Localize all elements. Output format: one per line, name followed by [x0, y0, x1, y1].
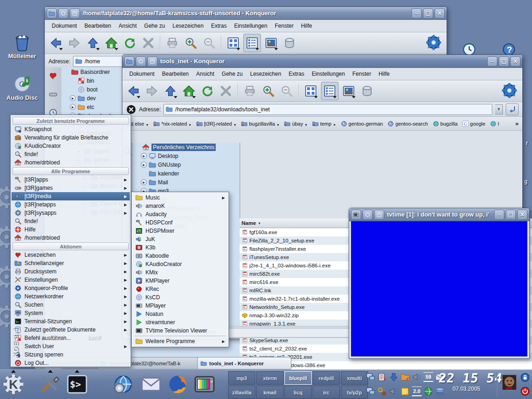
bookmark-nixrelated[interactable]: *nix-related▼ — [151, 120, 193, 128]
kmenu-item-verwaltung-f-r-digitale-brieftasche[interactable]: Verwaltung für digitale Brieftasche — [12, 133, 130, 142]
kmenu-item--home-drbloed[interactable]: /home/drbloed — [12, 234, 130, 242]
submenu-item-krec[interactable]: KRec — [133, 285, 228, 293]
kmenu-item-hilfe[interactable]: Hilfe — [12, 225, 130, 234]
window-menu-button[interactable] — [124, 56, 134, 66]
submenu-item-kscd[interactable]: KsCD — [133, 293, 228, 302]
go-button[interactable] — [506, 103, 519, 115]
menu-hilfe[interactable]: Hilfe — [298, 21, 315, 30]
virtual-desktop-tvp2p[interactable]: tv/p2p — [341, 386, 368, 399]
menu-einstellungen[interactable]: Einstellungen — [231, 21, 271, 30]
bookmark-gentoogerman[interactable]: gentoo-german — [339, 120, 385, 128]
submenu-item-weitere-programme[interactable]: Weitere Programme▶ — [133, 337, 228, 345]
shade-button[interactable] — [374, 210, 384, 220]
menu-dokument[interactable]: Dokument — [48, 21, 80, 30]
launcher-konsole[interactable]: $> — [66, 373, 89, 396]
kmenu-item-terminal-sitzungen[interactable]: $>Terminal-Sitzungen▶ — [12, 317, 130, 326]
submenu-item-mplayer[interactable]: MPlayer — [133, 302, 228, 310]
maximize-button[interactable]: ▢ — [423, 8, 433, 18]
kmenu-item-suchen[interactable]: Suchen▶ — [12, 301, 130, 309]
tray-folder-note[interactable] — [400, 372, 410, 384]
view-image-button[interactable] — [340, 82, 357, 100]
tray-key[interactable] — [377, 387, 387, 398]
clear-address-icon[interactable] — [126, 104, 136, 115]
tree-item[interactable]: ▶GNUstep — [133, 160, 240, 169]
kmenu-item--home-drbloed[interactable]: /home/drbloed — [12, 158, 130, 167]
sticky-button[interactable] — [136, 56, 146, 66]
tray-globe-green[interactable] — [423, 387, 433, 398]
kmenu-item-konqueror-profile[interactable]: Konqueror-Profile▶ — [12, 284, 130, 292]
zoom-out-button[interactable] — [278, 82, 295, 100]
tray-net-mon[interactable] — [366, 387, 375, 398]
kmenu-item--t3r-games[interactable]: [t3R]games▶ — [12, 184, 130, 192]
sticky-button[interactable] — [58, 8, 68, 18]
submenu-item-noatun[interactable]: Noatun — [133, 310, 228, 318]
maximize-button[interactable]: ▢ — [499, 56, 509, 66]
menu-gehe-zu[interactable]: Gehe zu — [218, 69, 246, 79]
lock-session-button[interactable] — [520, 373, 530, 382]
tray-speaker[interactable] — [412, 372, 422, 384]
virtual-desktop-mp3[interactable]: mp3 — [228, 371, 255, 385]
bookmark-bugzilla[interactable]: bugzilla — [431, 120, 459, 128]
submenu-item-audacity[interactable]: Audacity — [133, 210, 228, 218]
launcher-tvcolor[interactable] — [193, 373, 216, 396]
submenu-item-kmix[interactable]: KMix — [133, 268, 228, 277]
submenu-item-kaboodle[interactable]: Kaboodle — [133, 252, 228, 260]
kmenu-item-log-out-[interactable]: Log Out... — [12, 359, 130, 367]
submenu-item-juk[interactable]: JuK — [133, 235, 228, 243]
reload-button[interactable] — [199, 82, 216, 100]
kmenu-item--t3r-netapps[interactable]: [t3R]netapps▶ — [12, 200, 130, 209]
submenu-item-kmplayer[interactable]: KMPlayer — [133, 277, 228, 285]
virtual-desktop-redpill[interactable]: redpill — [313, 371, 340, 385]
close-button[interactable]: ✕ — [435, 8, 445, 18]
print-button[interactable] — [242, 82, 258, 100]
maximize-button[interactable]: ▢ — [506, 210, 516, 220]
kmenu-item--t3r-apps[interactable]: [t3R]apps▶ — [12, 175, 130, 184]
submenu-item-hdspconf[interactable]: HDSPConf — [133, 218, 228, 227]
kmenu-item-system[interactable]: System▶ — [12, 309, 130, 317]
user-face-icon[interactable] — [502, 375, 517, 393]
bookmark-bugzillavilla[interactable]: bugzillavilla▼ — [239, 120, 281, 128]
sticky-button[interactable] — [363, 210, 373, 220]
desktop-icon-audiodisc[interactable]: Audio Disc — [5, 74, 40, 101]
tray-badge20[interactable]: 2.0 — [412, 387, 422, 396]
bookmark-bay[interactable]: übay▼ — [282, 120, 309, 128]
stop-button[interactable] — [140, 34, 157, 52]
kmenu-item-finde-[interactable]: finde! — [12, 217, 130, 225]
virtual-desktop-licq[interactable]: licq — [284, 386, 312, 399]
bookmark-t3Rrelated[interactable]: [t3R]-related▼ — [194, 120, 238, 128]
expand-icon[interactable]: ▶ — [70, 95, 76, 101]
back-button[interactable] — [125, 82, 142, 100]
up-button[interactable] — [162, 82, 179, 100]
tree-item[interactable]: ▶Desktop — [133, 151, 240, 160]
launcher-kmenu-k[interactable]: K — [2, 373, 25, 396]
bookmark-google[interactable]: Ggoogle — [460, 120, 487, 128]
kmenu-item-switch-user[interactable]: Switch User▶ — [12, 342, 130, 351]
menu-extras[interactable]: Extras — [285, 69, 308, 79]
menu-einstellungen[interactable]: Einstellungen — [308, 69, 348, 79]
submenu-item-tvtime-television-viewer[interactable]: TVtime Television Viewer — [133, 326, 228, 335]
tree-item[interactable]: kalender — [133, 169, 240, 178]
home-button[interactable] — [181, 82, 197, 100]
view-icon-button[interactable] — [302, 82, 319, 100]
kmenu-item-sitzung-sperren[interactable]: Sitzung sperren — [12, 351, 130, 359]
kmenu-item--t3r-sysapps[interactable]: [t3R]sysapps▶ — [12, 209, 130, 217]
tray-net-mon[interactable] — [366, 372, 375, 384]
titlebar[interactable]: /home/fatplate32/@home/TaB-krams/css-stu… — [45, 7, 447, 20]
view-list-button[interactable] — [243, 34, 261, 52]
kmenu-item-lesezeichen[interactable]: Lesezeichen▶ — [12, 251, 130, 259]
tray-badge59[interactable]: 59 — [423, 372, 433, 382]
window-menu-button[interactable] — [47, 8, 57, 18]
view-icon-button[interactable] — [225, 34, 242, 52]
menu-extras[interactable]: Extras — [208, 21, 230, 30]
forward-button[interactable] — [144, 82, 160, 100]
forward-button[interactable] — [66, 34, 83, 52]
shade-button[interactable] — [70, 8, 80, 18]
virtual-desktop-irc[interactable]: irc — [313, 386, 340, 399]
launcher-toolbox[interactable] — [39, 373, 62, 396]
stop-button[interactable] — [218, 82, 234, 100]
sidebar-tab-heart[interactable] — [48, 71, 58, 82]
close-button[interactable]: ✕ — [517, 210, 527, 220]
desktop-icon-trash[interactable]: Mülleimer — [5, 32, 40, 60]
menu-bearbeiten[interactable]: Bearbeiten — [81, 21, 115, 30]
menu-lesezeichen[interactable]: Lesezeichen — [247, 69, 284, 79]
